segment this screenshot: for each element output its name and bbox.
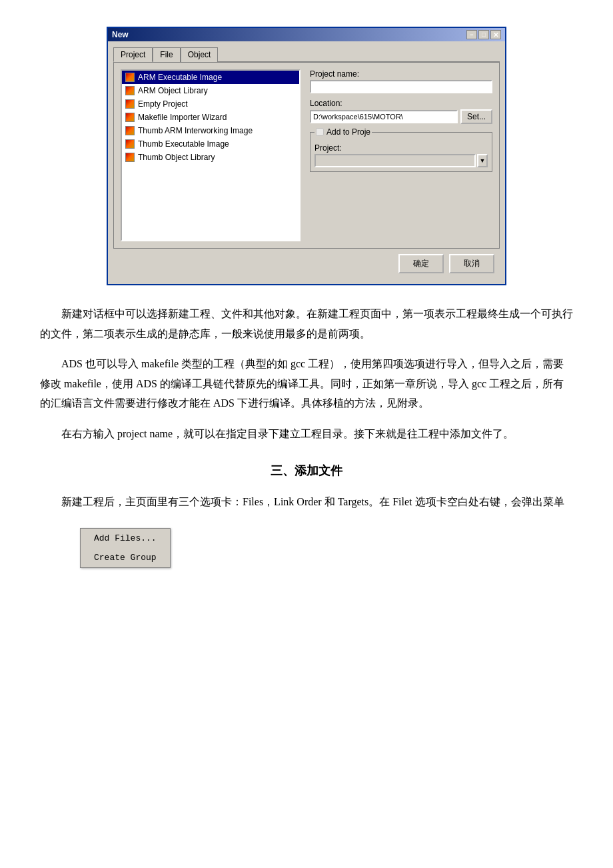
list-item[interactable]: Makefile Importer Wizard bbox=[122, 111, 299, 124]
dialog-title: New bbox=[112, 30, 129, 39]
location-label: Location: bbox=[310, 99, 492, 108]
section-heading: 三、添加文件 bbox=[40, 460, 573, 481]
list-item-label: ARM Executable Image bbox=[138, 73, 222, 82]
list-item-label: Thumb Object Library bbox=[138, 153, 215, 162]
dialog-wrapper: New − □ ✕ Project File Object bbox=[40, 27, 573, 285]
project-name-input[interactable] bbox=[310, 80, 492, 93]
location-input[interactable] bbox=[310, 110, 458, 123]
new-dialog: New − □ ✕ Project File Object bbox=[107, 27, 506, 285]
dialog-tabs: Project File Object bbox=[113, 47, 500, 62]
list-item-label: Empty Project bbox=[138, 99, 188, 109]
thumb-obj-icon bbox=[125, 152, 135, 163]
arm-exe-icon bbox=[125, 72, 135, 83]
makefile-icon bbox=[125, 112, 135, 123]
tab-object[interactable]: Object bbox=[181, 47, 219, 62]
add-to-project-checkbox[interactable] bbox=[316, 128, 324, 136]
minimize-button[interactable]: − bbox=[466, 30, 477, 39]
project-select-input bbox=[314, 154, 476, 167]
paragraph-2: ADS 也可以导入 makefile 类型的工程（典型的如 gcc 工程），使用… bbox=[40, 354, 573, 413]
maximize-button[interactable]: □ bbox=[478, 30, 489, 39]
close-button[interactable]: ✕ bbox=[490, 30, 501, 39]
context-menu: Add Files... Create Group bbox=[80, 528, 171, 569]
paragraph-1: 新建对话框中可以选择新建工程、文件和其他对象。在新建工程页面中，第一项表示工程最… bbox=[40, 304, 573, 343]
project-select-row: ▼ bbox=[314, 154, 488, 167]
thumb-exe-icon bbox=[125, 139, 135, 149]
tab-file[interactable]: File bbox=[153, 47, 180, 62]
paragraph-3: 在右方输入 project name，就可以在指定目录下建立工程目录。接下来就是… bbox=[40, 424, 573, 444]
list-item[interactable]: ARM Executable Image bbox=[122, 71, 299, 84]
group-legend: Add to Proje bbox=[314, 127, 372, 137]
list-item[interactable]: Thumb Object Library bbox=[122, 151, 299, 164]
project-type-list[interactable]: ARM Executable Image ARM Object Library … bbox=[121, 69, 301, 241]
location-row: Set... bbox=[310, 109, 492, 124]
context-menu-item-add-files[interactable]: Add Files... bbox=[81, 529, 170, 548]
ok-button[interactable]: 确定 bbox=[398, 254, 444, 273]
cancel-button[interactable]: 取消 bbox=[449, 254, 494, 273]
list-item[interactable]: Thumb ARM Interworking Image bbox=[122, 124, 299, 137]
list-item[interactable]: Empty Project bbox=[122, 97, 299, 111]
list-item-label: Makefile Importer Wizard bbox=[138, 113, 227, 122]
tab-project[interactable]: Project bbox=[113, 47, 153, 62]
list-item-label: ARM Object Library bbox=[138, 86, 208, 95]
location-section: Location: Set... bbox=[310, 99, 492, 124]
project-label: Project: bbox=[314, 143, 488, 153]
list-item-label: Thumb ARM Interworking Image bbox=[138, 126, 253, 135]
context-menu-item-create-group[interactable]: Create Group bbox=[81, 548, 170, 567]
add-to-project-group: Add to Proje Project: ▼ bbox=[310, 132, 492, 172]
project-name-section: Project name: bbox=[310, 69, 492, 93]
dialog-body: Project File Object ARM Executable Image bbox=[108, 41, 505, 284]
empty-icon bbox=[125, 99, 135, 109]
list-item[interactable]: Thumb Executable Image bbox=[122, 137, 299, 151]
dialog-titlebar: New − □ ✕ bbox=[108, 28, 505, 41]
project-name-label: Project name: bbox=[310, 69, 492, 79]
add-to-project-label: Add to Proje bbox=[326, 127, 370, 137]
main-content: 新建对话框中可以选择新建工程、文件和其他对象。在新建工程页面中，第一项表示工程最… bbox=[40, 304, 573, 568]
project-dropdown-button[interactable]: ▼ bbox=[477, 154, 488, 167]
dialog-right-panel: Project name: Location: Set... Add bbox=[310, 69, 492, 241]
thumb-arm-icon bbox=[125, 125, 135, 136]
titlebar-buttons: − □ ✕ bbox=[466, 30, 501, 39]
set-button[interactable]: Set... bbox=[460, 109, 492, 124]
dialog-footer: 确定 取消 bbox=[113, 249, 500, 279]
list-item-label: Thumb Executable Image bbox=[138, 139, 229, 149]
paragraph-4: 新建工程后，主页面里有三个选项卡：Files，Link Order 和 Targ… bbox=[40, 492, 573, 512]
arm-obj-icon bbox=[125, 85, 135, 96]
dialog-content: ARM Executable Image ARM Object Library … bbox=[113, 62, 500, 249]
list-item[interactable]: ARM Object Library bbox=[122, 84, 299, 97]
